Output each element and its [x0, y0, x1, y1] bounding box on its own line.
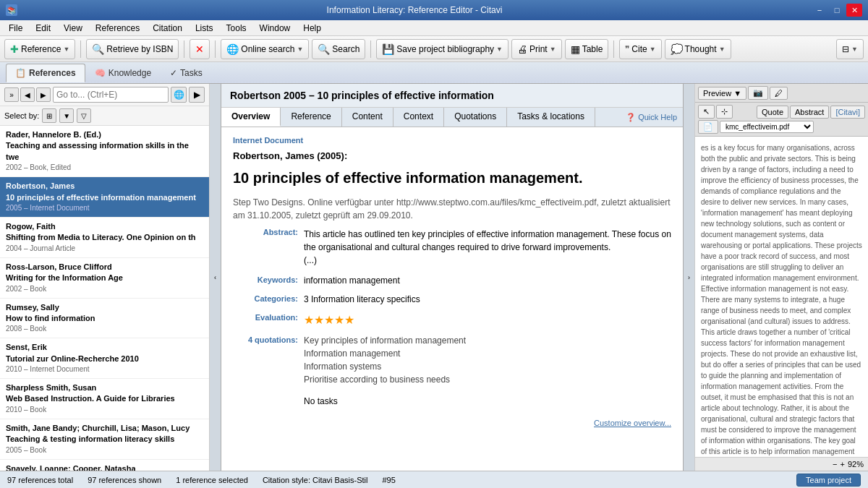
globe-nav-icon[interactable]: 🌐 [171, 87, 187, 103]
tasks-tab-label: Tasks [180, 68, 203, 78]
tab-content[interactable]: Content [342, 108, 393, 127]
zoom-in-icon[interactable]: + [841, 460, 845, 468]
detail-content: Internet Document Robertson, James (2005… [221, 127, 683, 471]
layout-icon: ⊟ [842, 44, 849, 54]
cite-button[interactable]: ❞ Cite ▼ [619, 39, 661, 59]
author-info: Robertson, James (2005): [233, 150, 671, 161]
delete-button[interactable]: ✕ [190, 39, 210, 59]
menu-window[interactable]: Window [254, 22, 297, 35]
total-refs: 97 references total [7, 476, 73, 484]
print-button[interactable]: 🖨 Print ▼ [511, 39, 562, 59]
sep4 [370, 40, 371, 58]
maximize-button[interactable]: □ [829, 4, 845, 17]
tab-references[interactable]: 📋 References [6, 64, 85, 82]
list-item-selected[interactable]: Robertson, James 10 principles of effect… [0, 177, 209, 218]
nav-arrows: » ◀ ▶ [4, 87, 51, 102]
online-search-button[interactable]: 🌐 Online search ▼ [221, 39, 309, 59]
right-collapse-button[interactable]: › [683, 84, 694, 471]
cursor-icon[interactable]: ↖ [698, 105, 715, 119]
star-rating[interactable]: ★★★★★ [304, 314, 354, 326]
list-item[interactable]: Rader, Hannelore B. (Ed.) Teaching and a… [0, 126, 209, 177]
menu-citation[interactable]: Citation [147, 22, 188, 35]
customize-link[interactable]: Customize overview... [594, 419, 671, 427]
team-project-button[interactable]: Team project [796, 474, 861, 487]
reference-button[interactable]: ✚ Reference ▼ [4, 39, 75, 59]
preview-icon-btn1[interactable]: 📷 [748, 86, 768, 100]
list-item[interactable]: Sharpless Smith, Susan Web Based Instruc… [0, 379, 209, 419]
window-title: Information Literacy: Reference Editor -… [17, 5, 812, 15]
search-bar: » ◀ ▶ 🌐 ▶ [0, 84, 209, 106]
main-title: 10 principles of effective information m… [233, 168, 671, 187]
menu-bar: File Edit View References Citation Lists… [0, 20, 868, 36]
expand-button[interactable]: » [4, 87, 19, 102]
status-bar: 97 references total 97 references shown … [0, 471, 868, 488]
list-item[interactable]: Rogow, Faith Shifting from Media to Lite… [0, 218, 209, 258]
window-controls: − □ ✕ [812, 4, 862, 17]
zoom-out-icon[interactable]: − [833, 460, 837, 468]
close-button[interactable]: ✕ [846, 4, 862, 17]
filter-icon2[interactable]: ▼ [59, 108, 74, 123]
minimize-button[interactable]: − [812, 4, 827, 17]
center-header: Robertson 2005 – 10 principles of effect… [221, 84, 683, 108]
filter-icon3[interactable]: ▽ [77, 108, 91, 123]
tab-knowledge[interactable]: 🧠 Knowledge [85, 64, 161, 82]
knowledge-icon: 🧠 [95, 68, 106, 78]
search-input[interactable] [53, 87, 169, 103]
dropdown-arrow7-icon: ▼ [851, 46, 858, 53]
layout-button[interactable]: ⊟ ▼ [836, 39, 864, 59]
categories-row: Categories: 3 Information literacy speci… [233, 294, 671, 304]
save-bib-button[interactable]: 💾 Save project bibliography ▼ [376, 39, 509, 59]
app-icon: 📚 [6, 4, 17, 16]
table-icon: ▦ [571, 43, 580, 55]
thought-label: Thought [685, 44, 717, 54]
tab-reference[interactable]: Reference [281, 108, 341, 127]
save-bib-label: Save project bibliography [396, 44, 494, 54]
quote-button[interactable]: Quote [757, 106, 788, 119]
list-item[interactable]: Senst, Erik Tutorial zur Online-Recherch… [0, 338, 209, 379]
citavi-badge: [Citavi] [830, 106, 865, 119]
preview-toolbar2: ↖ ⊹ Quote Abstract [Citavi] 📄 kmc_effect… [695, 103, 868, 137]
menu-view[interactable]: View [58, 22, 88, 35]
select-icon[interactable]: ⊹ [716, 105, 733, 119]
shown-refs: 97 references shown [88, 476, 161, 484]
list-item[interactable]: Ross-Larson, Bruce Clifford Writing for … [0, 258, 209, 299]
menu-tools[interactable]: Tools [221, 22, 252, 35]
table-button[interactable]: ▦ Table [565, 39, 609, 59]
thought-button[interactable]: 💭 Thought ▼ [665, 39, 731, 59]
forward-button[interactable]: ▶ [36, 87, 51, 102]
search-button[interactable]: 🔍 Search [312, 39, 365, 59]
preview-icon-btn2[interactable]: 🖊 [770, 87, 788, 100]
quick-help[interactable]: ❓ Quick Help [620, 108, 683, 127]
retrieve-label: Retrieve by ISBN [106, 44, 173, 54]
dropdown-arrow2-icon: ▼ [297, 46, 303, 53]
reference-list: Rader, Hannelore B. (Ed.) Teaching and a… [0, 126, 209, 471]
cite-label: Cite [631, 44, 647, 54]
tab-context[interactable]: Context [393, 108, 444, 127]
menu-help[interactable]: Help [297, 22, 327, 35]
back-button[interactable]: ◀ [20, 87, 35, 102]
menu-edit[interactable]: Edit [30, 22, 56, 35]
save-icon: 💾 [382, 43, 394, 55]
tab-tasks-locations[interactable]: Tasks & locations [507, 108, 595, 127]
list-item[interactable]: Snavely, Loanne; Cooper, Natasha The inf… [0, 460, 209, 471]
references-icon: 📋 [15, 68, 26, 78]
list-item[interactable]: Smith, Jane Bandy; Churchill, Lisa; Maso… [0, 419, 209, 460]
tab-tasks[interactable]: ✓ Tasks [161, 64, 212, 82]
right-panel: Preview ▼ 📷 🖊 ↖ ⊹ Quote Abstract [Citavi… [694, 84, 868, 471]
tab-overview[interactable]: Overview [221, 108, 281, 127]
menu-references[interactable]: References [90, 22, 145, 35]
left-collapse-button[interactable]: ‹ [210, 84, 221, 471]
abstract-button[interactable]: Abstract [790, 106, 829, 119]
tab-quotations[interactable]: Quotations [444, 108, 507, 127]
file-selector[interactable]: kmc_effectiveim.pdf [720, 121, 814, 133]
menu-file[interactable]: File [3, 22, 28, 35]
zoom-level: 92% [848, 460, 864, 468]
isbn-icon: 🔍 [92, 43, 104, 55]
table-label: Table [582, 44, 603, 54]
list-item[interactable]: Rumsey, Sally How to find information 20… [0, 299, 209, 339]
arrow-right-icon[interactable]: ▶ [189, 87, 205, 103]
preview-dropdown-button[interactable]: Preview ▼ [698, 87, 746, 100]
retrieve-isbn-button[interactable]: 🔍 Retrieve by ISBN [86, 39, 179, 59]
filter-icon1[interactable]: ⊞ [42, 108, 56, 123]
menu-lists[interactable]: Lists [190, 22, 219, 35]
